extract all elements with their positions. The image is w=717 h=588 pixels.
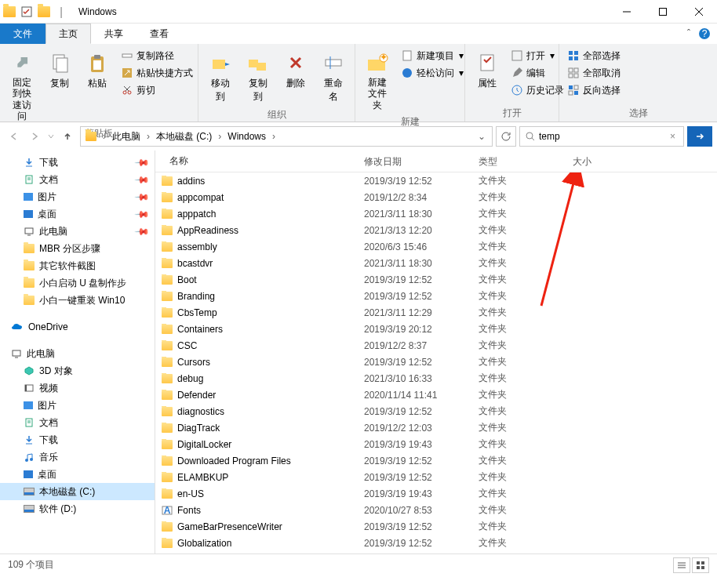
crumb-drive[interactable]: 本地磁盘 (C:) bbox=[153, 128, 215, 145]
file-row[interactable]: CbsTemp2021/3/11 12:29文件夹 bbox=[155, 304, 717, 321]
tree-item[interactable]: 桌面📌 bbox=[0, 205, 155, 223]
navigation-tree[interactable]: 下载📌文档📌图片📌桌面📌此电脑📌MBR 分区步骤其它软件截图小白启动 U 盘制作… bbox=[0, 151, 155, 554]
file-row[interactable]: assembly2020/6/3 15:46文件夹 bbox=[155, 238, 717, 255]
qab-folder-icon[interactable] bbox=[38, 5, 50, 18]
column-size[interactable]: 大小 bbox=[566, 151, 629, 172]
file-row[interactable]: DiagTrack2019/12/2 12:03文件夹 bbox=[155, 419, 717, 436]
svg-point-14 bbox=[123, 91, 126, 94]
file-row[interactable]: Branding2019/3/19 12:52文件夹 bbox=[155, 288, 717, 304]
column-type[interactable]: 类型 bbox=[472, 151, 566, 172]
file-row[interactable]: Globalization2019/3/19 12:52文件夹 bbox=[155, 535, 717, 551]
address-dropdown-icon[interactable]: ⌄ bbox=[473, 131, 490, 142]
cut-button[interactable]: 剪切 bbox=[118, 82, 196, 99]
search-box[interactable]: × bbox=[519, 126, 684, 147]
file-row[interactable]: CSC2019/12/2 8:37文件夹 bbox=[155, 337, 717, 354]
path-icon bbox=[121, 49, 133, 62]
paste-button[interactable]: 粘贴 bbox=[80, 47, 115, 93]
copy-to-button[interactable]: 复制到 bbox=[241, 47, 275, 107]
file-row[interactable]: apppatch2021/3/11 18:30文件夹 bbox=[155, 205, 717, 222]
paste-shortcut-button[interactable]: 粘贴快捷方式 bbox=[118, 64, 196, 82]
copy-path-button[interactable]: 复制路径 bbox=[118, 47, 196, 64]
ribbon-collapse-icon[interactable]: ˆ bbox=[687, 28, 690, 39]
tree-item[interactable]: 音乐 bbox=[0, 448, 155, 466]
rename-button[interactable]: 重命名 bbox=[316, 47, 351, 107]
search-input[interactable] bbox=[539, 131, 667, 142]
file-row[interactable]: Containers2019/3/19 20:12文件夹 bbox=[155, 321, 717, 337]
address-bar: › 此电脑› 本地磁盘 (C:)› Windows› ⌄ × bbox=[0, 122, 717, 151]
properties-button[interactable]: 属性 bbox=[470, 47, 504, 93]
file-row[interactable]: GameBarPresenceWriter2019/3/19 12:52文件夹 bbox=[155, 518, 717, 535]
qab-save-icon[interactable] bbox=[20, 5, 33, 18]
select-none-button[interactable]: 全部取消 bbox=[564, 64, 624, 82]
tree-item[interactable]: 视频 bbox=[0, 379, 155, 397]
history-button[interactable]: 历史记录 bbox=[508, 82, 567, 99]
file-row[interactable]: Boot2019/3/19 12:52文件夹 bbox=[155, 271, 717, 288]
tree-item[interactable]: 小白一键重装 Win10 bbox=[0, 292, 155, 309]
tree-item[interactable]: 桌面 bbox=[0, 466, 155, 483]
file-row[interactable]: en-US2019/3/19 19:43文件夹 bbox=[155, 485, 717, 502]
help-icon[interactable]: ? bbox=[698, 27, 711, 40]
tree-item[interactable]: 图片 bbox=[0, 397, 155, 414]
new-folder-button[interactable]: ✦新建 文件夹 bbox=[360, 47, 395, 114]
tree-item[interactable]: 此电脑📌 bbox=[0, 223, 155, 240]
tab-home[interactable]: 主页 bbox=[45, 24, 91, 44]
invert-button[interactable]: 反向选择 bbox=[564, 82, 624, 99]
pin-to-quick-access-button[interactable]: 固定到快 速访问 bbox=[5, 47, 39, 125]
column-date[interactable]: 修改日期 bbox=[358, 151, 472, 172]
recent-dropdown[interactable] bbox=[45, 127, 56, 146]
file-row[interactable]: ELAMBKUP2019/3/19 12:52文件夹 bbox=[155, 469, 717, 485]
back-button[interactable] bbox=[5, 127, 24, 146]
tree-item[interactable]: 其它软件截图 bbox=[0, 257, 155, 274]
tree-item[interactable]: MBR 分区步骤 bbox=[0, 240, 155, 257]
move-to-button[interactable]: 移动到 bbox=[203, 47, 238, 107]
tree-item[interactable]: 下载 bbox=[0, 431, 155, 448]
new-item-button[interactable]: 新建项目▾ bbox=[398, 47, 467, 64]
file-row[interactable]: debug2021/3/10 16:33文件夹 bbox=[155, 370, 717, 387]
tree-item[interactable]: 3D 对象 bbox=[0, 362, 155, 379]
large-icons-view-button[interactable] bbox=[692, 557, 709, 573]
tree-item[interactable]: 文档📌 bbox=[0, 171, 155, 188]
file-row[interactable]: Cursors2019/3/19 12:52文件夹 bbox=[155, 354, 717, 370]
crumb-pc[interactable]: 此电脑 bbox=[109, 128, 144, 145]
file-row[interactable]: AppReadiness2021/3/13 12:20文件夹 bbox=[155, 222, 717, 238]
tree-item[interactable]: 图片📌 bbox=[0, 188, 155, 205]
tree-item[interactable]: 下载📌 bbox=[0, 154, 155, 171]
copy-button[interactable]: 复制 bbox=[42, 47, 77, 93]
select-all-button[interactable]: 全部选择 bbox=[564, 47, 624, 64]
easy-access-button[interactable]: 轻松访问▾ bbox=[398, 64, 467, 82]
file-row[interactable]: appcompat2019/12/2 8:34文件夹 bbox=[155, 189, 717, 205]
edit-button[interactable]: 编辑 bbox=[508, 64, 567, 82]
file-row[interactable]: addins2019/3/19 12:52文件夹 bbox=[155, 172, 717, 189]
tree-onedrive[interactable]: OneDrive bbox=[0, 318, 155, 336]
file-row[interactable]: Downloaded Program Files2019/3/19 12:52文… bbox=[155, 452, 717, 469]
file-row[interactable]: Defender2020/11/14 11:41文件夹 bbox=[155, 387, 717, 403]
tree-item[interactable]: 软件 (D:) bbox=[0, 500, 155, 517]
file-list[interactable]: 名称 修改日期 类型 大小 addins2019/3/19 12:52文件夹ap… bbox=[155, 151, 717, 554]
crumb-folder[interactable]: Windows bbox=[224, 128, 269, 145]
forward-button[interactable] bbox=[25, 127, 44, 146]
file-row[interactable]: bcastdvr2021/3/11 18:30文件夹 bbox=[155, 255, 717, 271]
minimize-button[interactable] bbox=[609, 0, 645, 23]
clear-search-icon[interactable]: × bbox=[667, 131, 679, 142]
tree-item[interactable]: 本地磁盘 (C:) bbox=[0, 483, 155, 500]
maximize-button[interactable] bbox=[645, 0, 681, 23]
tab-share[interactable]: 共享 bbox=[91, 24, 136, 44]
tree-item[interactable]: 文档 bbox=[0, 414, 155, 431]
file-row[interactable]: diagnostics2019/3/19 12:52文件夹 bbox=[155, 403, 717, 419]
tab-view[interactable]: 查看 bbox=[136, 24, 182, 44]
chevron-right-icon[interactable]: › bbox=[101, 131, 107, 142]
close-button[interactable] bbox=[681, 0, 717, 23]
tab-file[interactable]: 文件 bbox=[0, 24, 45, 44]
tree-item[interactable]: 小白启动 U 盘制作步 bbox=[0, 274, 155, 292]
open-button[interactable]: 打开▾ bbox=[508, 47, 567, 64]
details-view-button[interactable] bbox=[673, 557, 690, 573]
file-row[interactable]: AFonts2020/10/27 8:53文件夹 bbox=[155, 502, 717, 518]
column-name[interactable]: 名称 bbox=[155, 151, 358, 172]
refresh-button[interactable] bbox=[496, 126, 516, 147]
breadcrumb-bar[interactable]: › 此电脑› 本地磁盘 (C:)› Windows› ⌄ bbox=[80, 126, 493, 147]
delete-button[interactable]: 删除 bbox=[278, 47, 313, 93]
up-button[interactable] bbox=[58, 127, 77, 146]
search-go-button[interactable] bbox=[687, 126, 712, 147]
tree-pc[interactable]: 此电脑 bbox=[0, 345, 155, 362]
file-row[interactable]: DigitalLocker2019/3/19 19:43文件夹 bbox=[155, 436, 717, 452]
